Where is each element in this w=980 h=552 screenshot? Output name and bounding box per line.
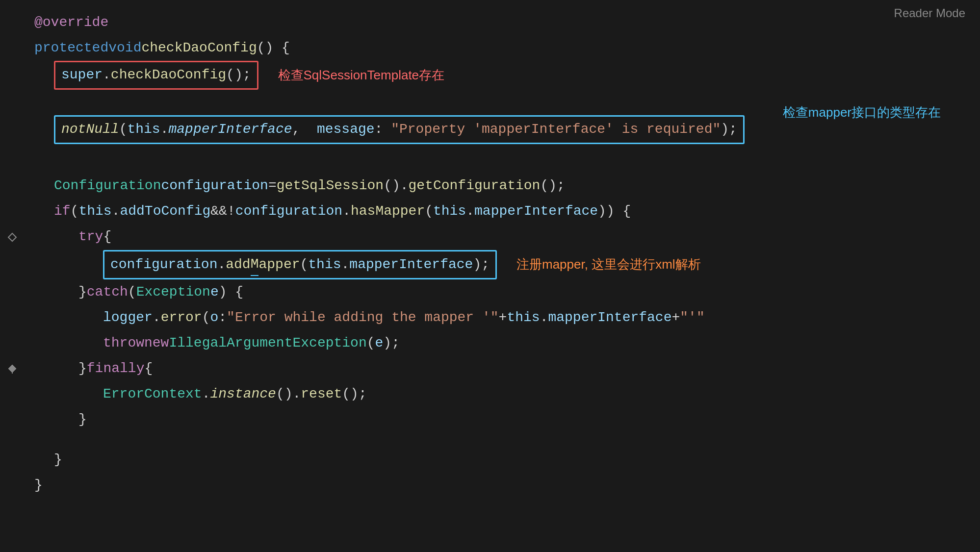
cyan-box-notNull: notNull ( this . mapperInterface , messa… [54,115,745,144]
line-catch: } catch ( Exception e ) { [29,279,980,305]
editor-container: Reader Mode @override protected void che… [0,0,980,552]
gutter-finally [2,364,22,374]
method-checkDaoConfig: checkDaoConfig [141,37,257,59]
annotation-sqlsession: 检查SqlSessionTemplate存在 [278,65,445,86]
line-method-sig: protected void checkDaoConfig () { [29,35,980,61]
line-config: Configuration configuration = getSqlSess… [29,174,980,199]
keyword-finally: finally [87,358,145,380]
line-override: @override [29,10,980,35]
kw-void: void [108,37,141,59]
override-decorator: @override [34,12,108,34]
svg-marker-0 [8,233,16,241]
line-try: try { [29,225,980,250]
line-notNull: notNull ( this . mapperInterface , messa… [29,115,980,144]
line-blank-with-float: 检查mapper接口的类型存在 [29,90,980,115]
line-if: if ( this . addToConfig && ! configurati… [29,199,980,225]
line-blank2 [29,159,980,174]
svg-marker-1 [8,365,16,373]
cyan-box-addMapper: configuration . add M apper ( this . map… [103,250,497,280]
red-box-super: super.checkDaoConfig(); [54,61,258,90]
annotation-addMapper: 注册mapper, 这里会进行xml解析 [516,254,701,275]
line-finally: } finally { [29,356,980,381]
line-blank1 [29,144,980,159]
diamond-icon-try [7,232,17,242]
line-addMapper: configuration . add M apper ( this . map… [29,250,980,280]
code-area: @override protected void checkDaoConfig … [0,5,980,498]
line-close-method: } [29,473,980,498]
line-close-if: } [29,447,980,473]
diamond-icon-finally [7,364,17,374]
line-close-finally: } [29,407,980,432]
line-super: super.checkDaoConfig(); 检查SqlSessionTemp… [29,61,980,90]
line-blank3 [29,432,980,447]
kw-protected: protected [34,37,108,59]
line-errorContext: ErrorContext . instance (). reset (); [29,381,980,407]
line-throw: throw new IllegalArgumentException ( e )… [29,330,980,356]
gutter-try [2,232,22,242]
line-logger: logger . error ( o : "Error while adding… [29,305,980,330]
